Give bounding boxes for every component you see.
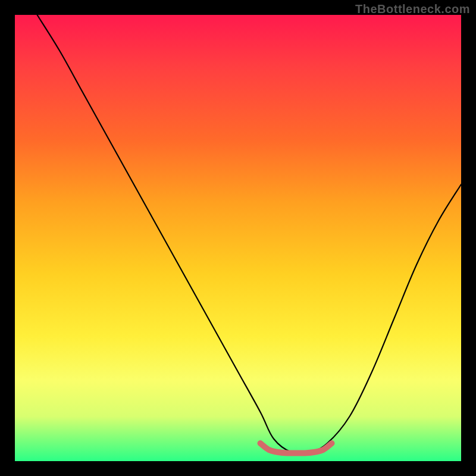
chart-svg [15,15,461,461]
chart-frame: TheBottleneck.com [0,0,476,476]
chart-plot-area [15,15,461,461]
main-curve-path [37,15,462,454]
valley-accent-path [261,443,332,453]
watermark-text: TheBottleneck.com [355,2,470,16]
